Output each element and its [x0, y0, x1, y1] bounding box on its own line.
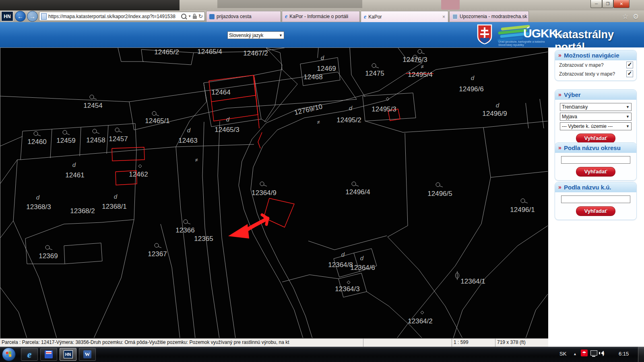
map-canvas[interactable]: ddddddddddd≠≠≠12465/212465/412467/212469…	[0, 48, 548, 338]
word-icon: W	[83, 350, 91, 358]
show-desktop-button[interactable]	[638, 347, 644, 362]
highlighted-parcel-outline	[211, 95, 256, 102]
taskbar-save-app-button[interactable]	[40, 348, 57, 361]
start-button[interactable]	[2, 348, 16, 361]
tab-kapor-informacie[interactable]: e KaPor - Informácie o portáli	[282, 11, 360, 22]
highlighted-parcel-outline	[209, 75, 258, 121]
taskbar-ie-button[interactable]: e	[21, 348, 38, 361]
chevron-down-icon: ▼	[626, 124, 630, 128]
parcel-label: 12465/1	[145, 117, 169, 125]
parcel-label: 12368/2	[70, 207, 95, 215]
parcel-boundary	[118, 48, 144, 62]
tab-title: KaPor	[368, 14, 382, 20]
map-symbol-hash: ≠	[317, 119, 320, 125]
chevron-down-icon[interactable]: ▼	[188, 14, 191, 18]
parcel-label: 12461	[65, 171, 84, 179]
parcel-boundary	[266, 48, 282, 70]
parcel-boundary	[129, 102, 134, 130]
parcel-boundary	[50, 129, 52, 158]
tab-prijazdova-cesta[interactable]: prijazdova cesta	[206, 11, 281, 22]
close-button[interactable]: ✕	[613, 0, 630, 8]
search-button[interactable]: Vyhľadať	[576, 206, 615, 216]
cadastral-area-select[interactable]: --- Vyberte k. územie ---▼	[560, 122, 632, 130]
minimize-button[interactable]: ─	[590, 0, 602, 8]
map-symbol-circle	[260, 182, 264, 186]
keyboard-language[interactable]: SK	[559, 351, 566, 357]
tab-upozornenia[interactable]: Upozornenia - modrastrecha.sk	[449, 11, 529, 22]
favorites-star-icon[interactable]: ☆	[622, 12, 628, 21]
taskbar-word-button[interactable]: W	[79, 348, 96, 361]
floppy-disk-icon	[45, 350, 53, 358]
maximize-button[interactable]: ❐	[602, 0, 613, 8]
search-icon[interactable]	[181, 14, 186, 19]
panel-header: » Podla názvu okresu	[555, 143, 636, 153]
map-symbol-circle	[93, 129, 97, 133]
parcel-boundary	[308, 236, 387, 250]
map-symbol-circle	[421, 53, 425, 54]
map-symbol-d: d	[72, 161, 76, 168]
cadastral-map[interactable]: ddddddddddd≠≠≠12465/212465/412467/212469…	[0, 47, 548, 338]
parcel-label: 12496/9	[482, 110, 507, 117]
background-window	[0, 0, 180, 10]
address-bar[interactable]: https://mapa.katasterportal.sk/kapor2/in…	[39, 12, 205, 21]
panel-district-name: » Podla názvu okresu Vyhľadať	[555, 142, 637, 181]
parcel-boundary	[94, 150, 136, 338]
parcel-label: 12364/9	[252, 189, 276, 197]
antivirus-tray-icon[interactable]: ☂	[581, 350, 588, 356]
ie-icon: e	[285, 13, 287, 20]
double-chevron-icon: »	[558, 184, 561, 190]
map-symbol-d: d	[321, 54, 324, 61]
refresh-icon[interactable]: ↻	[198, 13, 203, 19]
map-symbol-circle	[152, 111, 156, 115]
language-select[interactable]: Slovenský jazyk ▼	[227, 31, 284, 39]
map-symbol-circle	[436, 183, 440, 187]
district-select[interactable]: Myjava▼	[560, 113, 632, 121]
close-tab-icon[interactable]: ×	[440, 14, 445, 20]
show-in-map-checkbox[interactable]: ✓	[626, 62, 633, 68]
parcel-label: 12495/3	[372, 105, 396, 113]
show-texts-checkbox[interactable]: ✓	[626, 70, 633, 77]
nav-option-row: Zobrazovať texty v mape? ✓	[555, 69, 636, 80]
parcel-label: 12368/3	[26, 203, 51, 211]
parcel-boundary	[350, 48, 365, 97]
minimize-icon: ─	[595, 2, 598, 6]
parcel-boundary	[0, 72, 338, 102]
map-symbol-circle	[158, 247, 161, 248]
parcel-label: 12496/5	[427, 190, 452, 197]
network-tray-icon[interactable]	[590, 350, 597, 356]
parcel-boundary	[338, 72, 357, 99]
map-symbol-circle	[156, 115, 159, 116]
slovak-coat-of-arms	[477, 24, 492, 44]
clock[interactable]: 6:15	[619, 351, 629, 357]
close-icon: ✕	[620, 2, 623, 6]
back-button[interactable]: ←	[15, 11, 26, 22]
parcel-label: 12365	[194, 235, 213, 243]
forward-button[interactable]: →	[27, 11, 38, 22]
tab-kapor-active[interactable]: e KaPor ×	[361, 11, 448, 22]
hn-logo-badge[interactable]: HN	[1, 11, 13, 21]
map-symbol-circle	[96, 132, 99, 134]
double-chevron-icon: »	[558, 91, 561, 98]
tray-expand-icon[interactable]: ▲	[573, 352, 577, 356]
map-symbol-circle	[521, 199, 525, 203]
parcel-boundary	[64, 243, 102, 264]
parcel-label: 12460	[27, 138, 46, 146]
taskbar-hn-button[interactable]: HN	[60, 348, 76, 361]
search-button[interactable]: Vyhľadať	[576, 167, 615, 177]
parcel-label: 12462	[129, 171, 148, 178]
map-scale: 1 : 599	[452, 339, 495, 347]
region-select[interactable]: Trenčiansky▼	[560, 103, 632, 111]
ugkk-logo-subtext: Úrad geodézie, kartografie a katastra Sl…	[498, 40, 545, 47]
red-arrow-head	[228, 224, 249, 239]
url-text[interactable]: https://mapa.katasterportal.sk/kapor2/in…	[48, 14, 180, 19]
parcel-label: 12367	[148, 250, 167, 258]
parcel-label: 12468	[303, 73, 322, 81]
district-name-input[interactable]	[561, 156, 630, 164]
volume-tray-icon[interactable]	[601, 351, 604, 356]
ku-name-input[interactable]	[561, 195, 630, 203]
search-button[interactable]: Vyhľadať	[576, 134, 615, 143]
settings-gear-icon[interactable]: ⚙	[633, 12, 639, 21]
parcel-boundary	[13, 160, 17, 221]
parcel-label: 12364/1	[460, 278, 485, 285]
parcel-label: 12496/6	[459, 85, 483, 93]
